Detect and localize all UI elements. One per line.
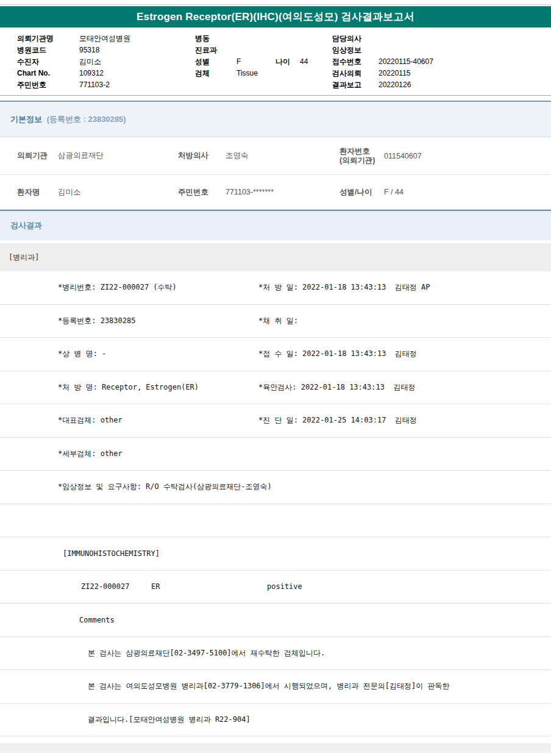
detail-row-empty [0, 504, 551, 538]
patient-no-field: 환자번호(의뢰기관) 011540607 [339, 147, 551, 165]
comment-note: 결과입니다.[모태안여성병원 병리과 R22-904] [0, 715, 251, 725]
field-label: 성별/나이 [339, 187, 384, 198]
requesting-org-field: 의뢰기관 삼광의료재단 [0, 151, 178, 161]
field-label: Chart No. [17, 68, 79, 79]
comments-label-row: Comments [0, 604, 551, 637]
field-value: F / 44 [384, 188, 403, 196]
ihc-section-row: [IMMUNOHISTOCHEMISTRY] [0, 537, 551, 571]
field-value: 771103-2 [79, 80, 110, 89]
field-label: 결과보고 [332, 79, 379, 91]
field-value: 109312 [79, 69, 104, 77]
patient-name-field: 환자명 김미소 [0, 187, 178, 198]
detail-row: *등록번호: 23830285 *채 취 일: [0, 305, 551, 338]
patient-header-col1: 의뢰기관명모태안여성병원 병원코드95318 수진자김미소 Chart No.1… [17, 33, 130, 91]
field-label: 처방의사 [178, 151, 226, 161]
comment-row: 본 검사는 삼광의료재단[02-3497-5100]에서 재수탁한 검체입니다. [0, 637, 551, 671]
main-specimen: *대표검체: other [0, 415, 258, 426]
field-value: 김미소 [79, 57, 101, 66]
detail-row: *대표검체: other *진 단 일: 2022-01-25 14:03:17… [0, 404, 551, 438]
detail-row: *병리번호: ZI22-000027 (수탁) *처 방 일: 2022-01-… [0, 271, 551, 305]
field-value: 20220115-40607 [379, 57, 433, 66]
field-label-line1: 환자번호 [339, 147, 370, 155]
spacer [0, 96, 551, 101]
top-divider [0, 0, 551, 5]
ihc-pathology-no: ZI22-000027 [81, 582, 151, 591]
resident-no-field: 주민번호 771103-******* [178, 187, 339, 198]
department-row: [병리과] [0, 243, 551, 271]
spacer [0, 736, 551, 743]
comment-note: 본 검사는 삼광의료재단[02-3497-5100]에서 재수탁한 검체입니다. [0, 648, 325, 658]
patient-header-col2: 병동 진료과 성별F나이44 검체Tissue [195, 33, 308, 79]
field-label: 담당의사 [332, 33, 379, 45]
prescription-name: *처 방 명: Receptor, Estrogen(ER) [0, 382, 258, 393]
field-label: 의뢰기관 [17, 151, 58, 161]
report-page: Estrogen Receptor(ER)(IHC)(여의도성모) 검사결과보고… [0, 0, 551, 756]
basic-info-row: 환자명 김미소 주민번호 771103-******* 성별/나이 F / 44 [0, 175, 551, 210]
basic-info-row: 의뢰기관 삼광의료재단 처방의사 조영숙 환자번호(의뢰기관) 01154060… [0, 137, 551, 175]
receipt-date: *접 수 일: 2022-01-18 13:43:13 김태정 [258, 349, 551, 359]
comment-row: 본 검사는 여의도성모병원 병리과[02-3779-1306]에서 시행되었으며… [0, 670, 551, 704]
field-label-line2: (의뢰기관) [339, 156, 375, 165]
basic-info-registration-no: (등록번호 : 23830285) [47, 115, 126, 124]
header-field: 성별F나이44 [195, 56, 308, 68]
field-value: 771103-******* [226, 188, 274, 196]
comments-label: Comments [0, 616, 115, 624]
field-label: 병동 [195, 33, 236, 45]
collection-date: *채 취 일: [258, 316, 551, 326]
field-label: 환자명 [17, 187, 58, 198]
header-field: 주민번호771103-2 [17, 79, 130, 91]
sub-specimen: *세부검체: other [0, 449, 258, 459]
disease-name: *상 병 명: - [0, 349, 258, 359]
field-value: 20220126 [379, 80, 411, 89]
clinical-info: *임상정보 및 요구사항: R/O 수탁검사(삼광의료재단-조영숙) [0, 482, 258, 492]
field-value: 김미소 [58, 187, 81, 198]
field-label: 환자번호(의뢰기관) [339, 147, 384, 165]
basic-info-title: 기본정보 [10, 115, 42, 124]
patient-header-block: 의뢰기관명모태안여성병원 병원코드95318 수진자김미소 Chart No.1… [0, 27, 551, 95]
field-label: 수진자 [17, 56, 79, 68]
ihc-test-name: ER [151, 582, 267, 591]
header-field: 접수번호20220115-40607 [332, 56, 433, 68]
field-value: 모태안여성병원 [79, 34, 130, 43]
header-field: Chart No.109312 [17, 68, 130, 79]
field-value: 삼광의료재단 [58, 151, 104, 161]
detail-row: *세부검체: other [0, 438, 551, 471]
ihc-section-title: [IMMUNOHISTOCHEMISTRY] [0, 549, 160, 558]
field-label: 검체 [195, 68, 236, 79]
sex-age-field: 성별/나이 F / 44 [339, 187, 551, 198]
gross-exam-date: *육안검사: 2022-01-18 13:43:13 김태정 [258, 382, 551, 393]
ihc-result-row: ZI22-000027 ER positive [0, 571, 551, 604]
field-label: 검사의뢰 [332, 68, 379, 79]
diagnosis-date: *진 단 일: 2022-01-25 14:03:17 김태정 [258, 415, 551, 426]
header-field: 수진자김미소 [17, 56, 130, 68]
header-field: 결과보고20220126 [332, 79, 433, 91]
detail-row: *처 방 명: Receptor, Estrogen(ER) *육안검사: 20… [0, 371, 551, 405]
ihc-result-value: positive [267, 582, 302, 591]
results-section-header: 검사결과 [0, 210, 551, 240]
report-title: Estrogen Receptor(ER)(IHC)(여의도성모) 검사결과보고… [0, 6, 551, 27]
detail-row: *임상정보 및 요구사항: R/O 수탁검사(삼광의료재단-조영숙) [0, 471, 551, 504]
header-field: 의뢰기관명모태안여성병원 [17, 33, 130, 45]
header-field: 임상정보 [332, 45, 433, 56]
header-field: 검체Tissue [195, 68, 308, 79]
field-label: 주민번호 [17, 79, 79, 91]
registration-no: *등록번호: 23830285 [0, 316, 258, 326]
field-value: 011540607 [384, 152, 422, 160]
field-label: 병원코드 [17, 45, 79, 56]
prescribing-doctor-field: 처방의사 조영숙 [178, 151, 339, 161]
field-value: 20220115 [379, 69, 411, 77]
field-label: 성별 [195, 56, 236, 68]
comment-note: 본 검사는 여의도성모병원 병리과[02-3779-1306]에서 시행되었으며… [0, 681, 449, 691]
field-label: 진료과 [195, 45, 236, 56]
header-field: 병원코드95318 [17, 45, 130, 56]
detail-row: *상 병 명: - *접 수 일: 2022-01-18 13:43:13 김태… [0, 338, 551, 371]
basic-info-section-header: 기본정보 (등록번호 : 23830285) [0, 101, 551, 137]
field-value: 44 [300, 57, 308, 66]
field-label: 의뢰기관명 [17, 33, 79, 45]
field-value: Tissue [236, 69, 258, 77]
field-label: 주민번호 [178, 187, 226, 198]
field-label: 임상정보 [332, 45, 379, 56]
prescription-date: *처 방 일: 2022-01-18 13:43:13 김태정 AP [258, 282, 551, 293]
patient-header-col3: 담당의사 임상정보 접수번호20220115-40607 검사의뢰2022011… [332, 33, 433, 91]
header-field: 병동 [195, 33, 308, 45]
